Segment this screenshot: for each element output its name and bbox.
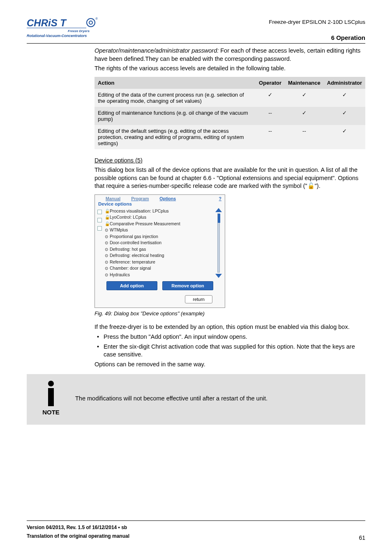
device-options-heading: Device options (5) [95, 157, 365, 165]
svg-point-2 [89, 21, 92, 24]
section-heading: 6 Operation [269, 34, 365, 41]
svg-point-1 [87, 18, 95, 27]
add-option-button[interactable]: Add option [106, 281, 157, 290]
help-icon[interactable]: ? [219, 196, 221, 201]
tab-options[interactable]: Options [159, 196, 176, 201]
list-item[interactable]: Defrosting: electrical heating [105, 252, 213, 259]
col-action: Action [95, 77, 256, 89]
note-block: NOTE The modifications will not become e… [27, 374, 365, 425]
list-item[interactable]: Chamber: door signal [105, 265, 213, 272]
table-row: Editing of the data of the current proce… [95, 89, 365, 107]
note-text: The modifications will not become effect… [75, 395, 360, 402]
option-list[interactable]: Process visualisation: LPCplus LyoContro… [104, 208, 213, 278]
page-number: 61 [359, 534, 365, 541]
page-footer: Version 04/2013, Rev. 1.5 of 16/12/2014 … [27, 520, 365, 541]
brand-logo: CHRiS T ® Freeze Dryers Rotational-Vacuu… [27, 16, 101, 42]
access-rights-table: Action Operator Maintenance Administrato… [95, 77, 365, 149]
list-item[interactable]: Process visualisation: LPCplus [105, 208, 213, 215]
list-item[interactable]: Comparative Pressure Measurement [105, 221, 213, 227]
dialog-title: Device options [95, 201, 225, 208]
product-name: Freeze-dryer EPSILON 2-10D LSCplus [269, 16, 365, 25]
remove-option-button[interactable]: Remove option [162, 281, 213, 290]
table-row: Editing of maintenance functions (e.g. o… [95, 107, 365, 125]
list-item[interactable]: Reference: temperature [105, 259, 213, 266]
bullet-item: Press the button "Add option". An input … [95, 333, 365, 341]
svg-text:CHRiS T: CHRiS T [27, 17, 67, 28]
list-item[interactable]: WTMplus [105, 227, 213, 234]
intro-paragraph-2: The rights of the various access levels … [95, 65, 365, 73]
figure-caption: Fig. 49: Dialog box "Device options" (ex… [95, 310, 365, 317]
list-item[interactable]: LyoControl: LCplus [105, 214, 213, 221]
bullet-item: Enter the six-digit Christ activation co… [95, 343, 365, 359]
svg-text:Rotational-Vacuum-Concentrator: Rotational-Vacuum-Concentrators [27, 34, 87, 38]
col-administrator: Administrator [324, 77, 365, 89]
col-maintenance: Maintenance [285, 77, 324, 89]
list-item[interactable]: Defrosting: hot gas [105, 246, 213, 253]
device-options-dialog: Manual Program Options ? Device options … [95, 194, 225, 308]
tab-manual[interactable]: Manual [106, 196, 120, 201]
scrollbar[interactable] [215, 208, 222, 278]
device-paragraph-3: Options can be removed in the same way. [95, 361, 365, 369]
svg-text:®: ® [95, 17, 98, 21]
unlock-icon: 🔓 [307, 182, 315, 190]
return-button[interactable]: return [185, 295, 212, 303]
scroll-up-icon[interactable] [215, 208, 222, 212]
list-item[interactable]: Door-controlled Inertisation [105, 240, 213, 246]
left-checkboxes [97, 208, 102, 278]
col-operator: Operator [256, 77, 285, 89]
svg-text:Freeze Dryers: Freeze Dryers [68, 29, 90, 33]
list-item[interactable]: Hydraulics [105, 272, 213, 278]
intro-paragraph-1: Operator/maintenance/administrator passw… [95, 47, 365, 63]
table-row: Editing of the default settings (e.g. ed… [95, 125, 365, 149]
tab-program[interactable]: Program [131, 196, 149, 201]
device-paragraph-2: If the freeze-dryer is to be extended by… [95, 323, 365, 331]
device-options-paragraph: This dialog box lists all of the device … [95, 166, 365, 190]
scroll-down-icon[interactable] [215, 274, 222, 278]
list-item[interactable]: Proportional gas injection [105, 234, 213, 240]
info-icon: NOTE [32, 381, 69, 416]
header-divider [27, 43, 365, 44]
